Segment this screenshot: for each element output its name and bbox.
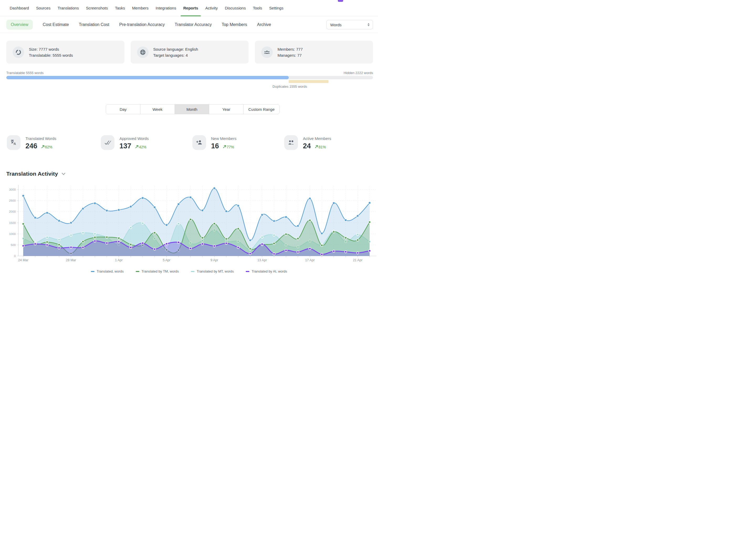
metric-new-members: New Members 16 77% [192, 135, 237, 150]
trend-up-icon [41, 145, 45, 149]
legend-item-translated-by-mt-words[interactable]: Translated by MT, words [191, 269, 234, 273]
metric-change: 81% [315, 145, 326, 149]
metric-approved-words: Approved Words 137 42% [101, 135, 149, 150]
metric-value: 137 [119, 143, 131, 150]
translation-activity-header: Translation Activity [6, 171, 65, 177]
metric-label: Active Members [303, 136, 331, 141]
legend-item-translated-by-ai-words[interactable]: Translated by AI, words [246, 269, 287, 273]
range-tab-day[interactable]: Day [106, 104, 140, 114]
svg-text:17 Apr: 17 Apr [305, 258, 314, 262]
progress-track [6, 76, 373, 79]
nav-item-activity[interactable]: Activity [205, 0, 218, 16]
trend-up-icon [223, 145, 226, 149]
nav-item-sources[interactable]: Sources [36, 0, 50, 16]
range-tab-month[interactable]: Month [175, 104, 209, 114]
svg-text:A: A [14, 142, 16, 146]
legend-swatch [91, 271, 95, 272]
double-check-icon [101, 135, 114, 150]
summary-card: Size: 7777 wordsTranslatable: 5555 words [6, 41, 124, 64]
chart-legend: Translated, wordsTranslated by TM, words… [0, 269, 378, 273]
metric-value: 24 [303, 143, 311, 150]
subnav-item-top-members[interactable]: Top Members [222, 22, 247, 27]
hidden-label: Hidden 2222 words [344, 71, 373, 75]
people-icon [284, 135, 298, 150]
nav-item-tasks[interactable]: Tasks [115, 0, 125, 16]
progress-labels: Translatable 5555 words Hidden 2222 word… [6, 71, 373, 75]
range-tab-week[interactable]: Week [140, 104, 175, 114]
summary-card-text: Members: 777Managers: 77 [277, 46, 303, 58]
metric-active-members: Active Members 24 81% [284, 135, 331, 150]
reports-overview-page: DashboardSourcesTranslationsScreenshotsT… [0, 0, 378, 275]
project-summary-cards: Size: 7777 wordsTranslatable: 5555 words… [6, 41, 373, 64]
svg-text:1 Apr: 1 Apr [115, 258, 123, 262]
metric-value: 16 [211, 143, 219, 150]
svg-text:24 Mar: 24 Mar [18, 258, 28, 262]
metric-change: 62% [41, 145, 53, 149]
svg-text:1500: 1500 [9, 221, 16, 224]
members-icon [261, 46, 273, 58]
nav-item-members[interactable]: Members [132, 0, 149, 16]
summary-card-text: Size: 7777 wordsTranslatable: 5555 words [29, 46, 73, 58]
nav-item-discussions[interactable]: Discussions [225, 0, 246, 16]
nav-item-dashboard[interactable]: Dashboard [10, 0, 29, 16]
summary-card: Members: 777Managers: 77 [255, 41, 373, 64]
trend-up-icon [135, 145, 139, 149]
words-progress: Duplicates 1555 words [6, 76, 373, 79]
svg-text:3000: 3000 [9, 188, 16, 191]
subnav-item-translator-accuracy[interactable]: Translator Accuracy [175, 22, 212, 27]
duplicates-label: Duplicates 1555 words [272, 85, 307, 88]
legend-label: Translated by TM, words [141, 269, 179, 273]
metric-change: 42% [135, 145, 146, 149]
metric-translated-words: A Translated Words 246 62% [7, 135, 56, 150]
legend-item-translated-words[interactable]: Translated, words [91, 269, 124, 273]
subnav-item-archive[interactable]: Archive [257, 22, 271, 27]
svg-text:500: 500 [11, 243, 16, 247]
summary-card-text: Source language: EnglishTarget languages… [153, 46, 198, 58]
svg-text:2500: 2500 [9, 199, 16, 202]
legend-label: Translated by AI, words [251, 269, 287, 273]
metric-label: Approved Words [119, 136, 149, 141]
svg-text:1000: 1000 [9, 232, 16, 236]
subnav-item-overview[interactable]: Overview [6, 20, 33, 30]
nav-item-integrations[interactable]: Integrations [156, 0, 176, 16]
section-title: Translation Activity [6, 171, 58, 177]
nav-item-tools[interactable]: Tools [253, 0, 262, 16]
select-arrows-icon [367, 23, 370, 26]
legend-label: Translated, words [97, 269, 124, 273]
svg-text:13 Apr: 13 Apr [257, 258, 267, 262]
cutoff-purple-element [338, 0, 343, 2]
svg-text:5 Apr: 5 Apr [163, 258, 170, 262]
metric-change: 77% [223, 145, 234, 149]
range-tab-custom-range[interactable]: Custom Range [244, 104, 279, 114]
svg-text:21 Apr: 21 Apr [353, 258, 362, 262]
legend-item-translated-by-tm-words[interactable]: Translated by TM, words [136, 269, 179, 273]
svg-text:28 Mar: 28 Mar [66, 258, 76, 262]
chevron-down-icon[interactable] [62, 173, 65, 175]
trend-up-icon [315, 145, 318, 149]
subnav-item-translation-cost[interactable]: Translation Cost [79, 22, 109, 27]
svg-text:2000: 2000 [9, 210, 16, 213]
subnav-item-cost-estimate[interactable]: Cost Estimate [43, 22, 69, 27]
subnav-item-pre-translation-accuracy[interactable]: Pre-translation Accuracy [119, 22, 165, 27]
summary-card: Source language: EnglishTarget languages… [131, 41, 249, 64]
translation-activity-chart: 05001000150020002500300024 Mar28 Mar1 Ap… [0, 181, 378, 265]
svg-text:0: 0 [14, 254, 16, 258]
date-range-tabs: DayWeekMonthYearCustom Range [106, 104, 280, 114]
units-dropdown[interactable]: Words [326, 20, 373, 29]
duplicates-bar [289, 80, 328, 83]
top-navigation: DashboardSourcesTranslationsScreenshotsT… [0, 0, 378, 16]
nav-item-screenshots[interactable]: Screenshots [86, 0, 108, 16]
person-add-icon [192, 135, 206, 150]
legend-label: Translated by MT, words [197, 269, 234, 273]
range-tab-year[interactable]: Year [209, 104, 244, 114]
nav-item-settings[interactable]: Settings [269, 0, 283, 16]
metric-value: 246 [25, 143, 37, 150]
translatable-bar [6, 76, 289, 79]
legend-swatch [136, 271, 139, 272]
nav-item-reports[interactable]: Reports [183, 0, 198, 16]
donut-chart-icon [13, 46, 24, 58]
svg-text:9 Apr: 9 Apr [211, 258, 218, 262]
reports-subnav: OverviewCost EstimateTranslation CostPre… [0, 17, 378, 33]
translatable-label: Translatable 5555 words [6, 71, 44, 75]
nav-item-translations[interactable]: Translations [57, 0, 79, 16]
